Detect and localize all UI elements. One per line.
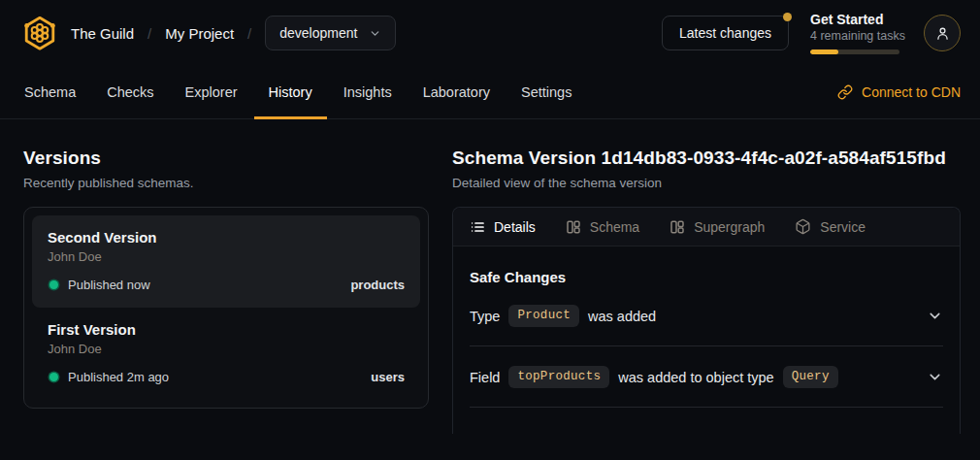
change-text: Field xyxy=(470,370,500,385)
schema-version-title: Schema Version 1d14db83-0933-4f4c-a02f-a… xyxy=(452,148,961,169)
top-header: The Guild / My Project / development Lat… xyxy=(0,0,980,66)
get-started-progressbar xyxy=(810,49,899,54)
chevron-down-icon xyxy=(369,27,381,40)
schema-change-row[interactable]: TypeProductwas added xyxy=(470,285,943,346)
connect-to-cdn-label: Connect to CDN xyxy=(862,84,961,100)
version-author: John Doe xyxy=(48,342,405,356)
nav-tab-laboratory[interactable]: Laboratory xyxy=(408,66,505,118)
detail-tab-label: Supergraph xyxy=(694,219,765,235)
code-chip: Query xyxy=(783,366,838,388)
detail-tabs: DetailsSchemaSupergraphService xyxy=(453,208,960,246)
version-status: Published now xyxy=(68,278,150,292)
nav-tab-schema[interactable]: Schema xyxy=(10,66,90,118)
code-chip: Product xyxy=(508,305,579,327)
cube-icon xyxy=(795,218,811,235)
versions-subtitle: Recently published schemas. xyxy=(23,176,429,190)
detail-tab-label: Service xyxy=(820,219,866,235)
breadcrumb-separator: / xyxy=(247,25,251,42)
version-detail-panel: Schema Version 1d14db83-0933-4f4c-a02f-a… xyxy=(452,119,980,434)
versions-title: Versions xyxy=(23,148,429,169)
versions-panel: Versions Recently published schemas. Sec… xyxy=(0,119,452,434)
nav-tab-explorer[interactable]: Explorer xyxy=(171,66,252,118)
detail-tab-schema[interactable]: Schema xyxy=(566,219,639,235)
chevron-down-icon[interactable] xyxy=(927,369,943,385)
detail-tab-label: Schema xyxy=(590,219,639,235)
version-author: John Doe xyxy=(48,249,405,264)
nav-tab-history[interactable]: History xyxy=(254,66,327,118)
change-text: was added xyxy=(588,309,656,324)
version-title: Second Version xyxy=(48,229,405,246)
breadcrumb-separator: / xyxy=(147,25,151,42)
published-status-dot xyxy=(49,280,58,289)
get-started-title: Get Started xyxy=(810,12,902,27)
get-started-progress-fill xyxy=(810,49,838,54)
version-service-name: users xyxy=(371,370,405,384)
user-icon xyxy=(934,25,951,42)
detail-tab-label: Details xyxy=(494,219,536,235)
published-status-dot xyxy=(49,373,58,381)
version-list-item[interactable]: Second VersionJohn DoePublished nowprodu… xyxy=(32,215,420,308)
breadcrumb-org[interactable]: The Guild xyxy=(71,25,134,42)
change-text: was added to object type xyxy=(618,370,773,385)
target-dropdown-value: development xyxy=(279,25,357,41)
main-nav: SchemaChecksExplorerHistoryInsightsLabor… xyxy=(0,66,980,119)
target-dropdown[interactable]: development xyxy=(265,16,396,50)
columns-icon xyxy=(566,219,581,235)
latest-changes-label: Latest changes xyxy=(679,25,771,41)
version-title: First Version xyxy=(48,321,405,338)
get-started-widget[interactable]: Get Started 4 remaining tasks xyxy=(810,12,902,54)
version-list-item[interactable]: First VersionJohn DoePublished 2m agouse… xyxy=(32,308,420,400)
change-text: Type xyxy=(470,309,500,324)
columns-icon xyxy=(670,219,685,235)
detail-tab-service[interactable]: Service xyxy=(795,218,866,235)
chevron-down-icon[interactable] xyxy=(927,308,943,324)
latest-changes-button[interactable]: Latest changes xyxy=(662,16,789,50)
notification-dot xyxy=(783,13,792,21)
schema-change-row[interactable]: FieldtopProductswas added to object type… xyxy=(470,346,943,408)
detail-tab-supergraph[interactable]: Supergraph xyxy=(670,219,765,235)
versions-list: Second VersionJohn DoePublished nowprodu… xyxy=(23,207,429,409)
version-service-name: products xyxy=(350,278,405,292)
nav-tab-insights[interactable]: Insights xyxy=(329,66,407,118)
connect-to-cdn-link[interactable]: Connect to CDN xyxy=(837,66,961,118)
version-status: Published 2m ago xyxy=(68,370,169,384)
nav-tab-settings[interactable]: Settings xyxy=(506,66,586,118)
get-started-subtitle: 4 remaining tasks xyxy=(810,29,902,43)
code-chip: topProducts xyxy=(508,366,609,388)
safe-changes-heading: Safe Changes xyxy=(470,269,943,285)
schema-version-subtitle: Detailed view of the schema version xyxy=(452,176,961,190)
user-avatar-button[interactable] xyxy=(924,15,961,51)
changes-list: TypeProductwas addedFieldtopProductswas … xyxy=(470,285,943,408)
nav-tab-checks[interactable]: Checks xyxy=(92,66,168,118)
list-icon xyxy=(470,219,485,235)
link-icon xyxy=(837,84,853,100)
breadcrumb-project[interactable]: My Project xyxy=(165,25,234,42)
detail-tab-details[interactable]: Details xyxy=(470,219,536,235)
hive-logo-icon[interactable] xyxy=(21,15,58,51)
